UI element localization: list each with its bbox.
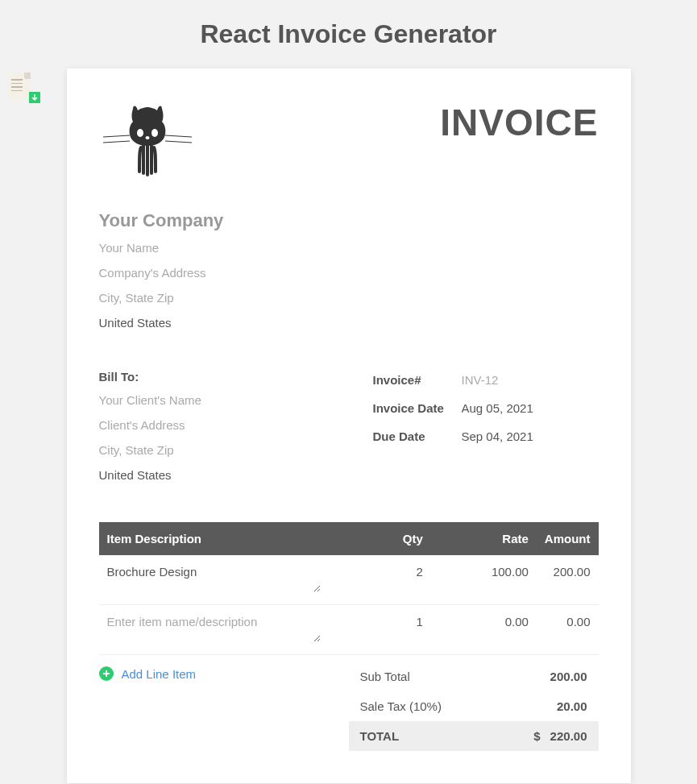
invoice-title[interactable]: INVOICE	[440, 101, 598, 144]
company-country-input[interactable]	[99, 313, 599, 333]
item-rate-input[interactable]	[439, 565, 529, 579]
table-row: Brochure Design 200.00	[99, 555, 599, 605]
client-name-input[interactable]	[99, 390, 357, 410]
tax-value: 20.00	[557, 699, 587, 713]
invoice-meta: Invoice# Invoice Date Due Date	[373, 370, 599, 490]
tax-label[interactable]: Sale Tax (10%)	[360, 699, 442, 713]
svg-point-5	[151, 129, 158, 137]
subtotal-value: 200.00	[550, 670, 587, 683]
subtotal-label[interactable]: Sub Total	[360, 670, 410, 683]
document-icon	[8, 73, 31, 100]
client-city-input[interactable]	[99, 440, 357, 460]
svg-point-4	[137, 129, 143, 137]
due-date-label[interactable]: Due Date	[373, 429, 462, 443]
plus-icon	[99, 666, 114, 681]
item-amount: 200.00	[537, 555, 599, 605]
client-country-input[interactable]	[99, 465, 357, 485]
invoice-number-input[interactable]	[462, 370, 599, 390]
invoice-number-label[interactable]: Invoice#	[373, 373, 462, 387]
company-contact-input[interactable]	[99, 238, 599, 258]
item-rate-input[interactable]	[439, 615, 529, 628]
item-amount: 0.00	[537, 605, 599, 655]
col-amount[interactable]: Amount	[537, 522, 599, 555]
due-date-input[interactable]	[462, 426, 599, 446]
totals-block: Sub Total 200.00 Sale Tax (10%) 20.00 TO…	[349, 662, 599, 751]
item-description-input[interactable]	[107, 615, 321, 642]
app-title: React Invoice Generator	[0, 0, 697, 68]
invoice-date-label[interactable]: Invoice Date	[373, 401, 462, 415]
invoice-page: INVOICE Bill To: Invoice# Invoice Date	[67, 68, 631, 783]
company-address-input[interactable]	[99, 263, 599, 283]
svg-line-3	[165, 141, 192, 143]
col-description[interactable]: Item Description	[99, 522, 329, 555]
col-rate[interactable]: Rate	[431, 522, 537, 555]
company-name-input[interactable]	[99, 207, 599, 234]
company-logo[interactable]	[99, 101, 196, 185]
item-qty-input[interactable]	[337, 615, 423, 628]
svg-line-0	[103, 135, 130, 137]
col-qty[interactable]: Qty	[329, 522, 431, 555]
add-line-label: Add Line Item	[122, 667, 197, 681]
company-city-input[interactable]	[99, 288, 599, 308]
total-value: $220.00	[533, 729, 587, 743]
table-row: 0.00	[99, 605, 599, 655]
items-table: Item Description Qty Rate Amount Brochur…	[99, 522, 599, 655]
download-icon	[29, 92, 40, 103]
item-qty-input[interactable]	[337, 565, 423, 579]
client-block: Bill To:	[99, 370, 357, 490]
client-address-input[interactable]	[99, 415, 357, 435]
item-description-input[interactable]: Brochure Design	[107, 565, 321, 592]
company-block	[99, 207, 599, 333]
svg-line-2	[165, 135, 192, 137]
total-label[interactable]: TOTAL	[360, 729, 400, 743]
download-button[interactable]	[8, 73, 37, 102]
bill-to-label[interactable]: Bill To:	[99, 370, 357, 384]
svg-point-6	[145, 136, 149, 139]
invoice-date-input[interactable]	[462, 398, 599, 418]
svg-line-1	[103, 141, 130, 143]
